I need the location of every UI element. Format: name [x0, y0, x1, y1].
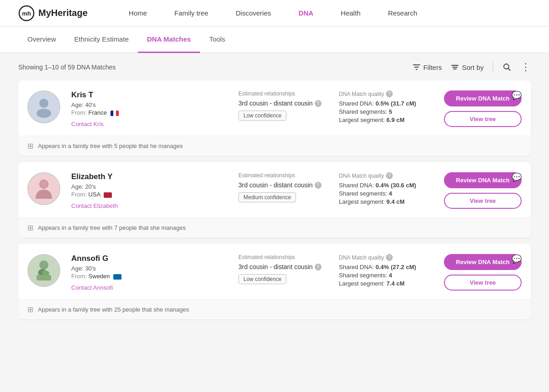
review-dna-match-kris[interactable]: Review DNA Match — [444, 90, 522, 106]
match-from-annsofi: From: Sweden — [71, 273, 234, 280]
nav-dna[interactable]: DNA — [285, 0, 327, 26]
quality-label-kris: DNA Match quality ? — [339, 90, 439, 97]
match-card-main-elizabeth: Elizabeth Y Age: 20's From: USA Contact … — [18, 162, 531, 217]
contact-annsofi-link[interactable]: Contact Annsofi — [71, 284, 113, 291]
match-rel-kris: Estimated relationships 3rd cousin - dis… — [234, 90, 334, 121]
tab-overview[interactable]: Overview — [18, 26, 65, 53]
confidence-badge-annsofi: Low confidence — [238, 274, 286, 284]
review-dna-match-elizabeth[interactable]: Review DNA Match — [444, 172, 522, 188]
nav-home[interactable]: Home — [115, 0, 161, 26]
tree-icon-elizabeth: ⊞ — [27, 223, 33, 232]
tree-icon-annsofi: ⊞ — [27, 305, 33, 314]
tab-dna-matches[interactable]: DNA Matches — [138, 26, 200, 53]
contact-kris-link[interactable]: Contact Kris — [71, 121, 104, 127]
avatar-kris — [27, 90, 60, 123]
avatar-icon-elizabeth — [32, 177, 56, 201]
match-card-elizabeth: Elizabeth Y Age: 20's From: USA Contact … — [18, 162, 531, 238]
shared-dna-elizabeth: Shared DNA: 0.4% (30.6 cM) — [339, 182, 439, 189]
match-rel-elizabeth: Estimated relationships 3rd cousin - dis… — [234, 172, 334, 202]
footer-text-annsofi: Appears in a family tree with 25 people … — [38, 306, 189, 313]
chat-icon-annsofi[interactable]: 💬 — [512, 254, 522, 264]
shared-segments-annsofi: Shared segments: 4 — [339, 272, 439, 279]
svg-point-2 — [504, 64, 509, 69]
footer-text-elizabeth: Appears in a family tree with 7 people t… — [38, 224, 186, 231]
match-age-elizabeth: Age: 20's — [71, 183, 234, 190]
sort-icon — [451, 63, 459, 71]
filter-icon — [412, 63, 421, 71]
filters-button[interactable]: Filters — [412, 63, 442, 71]
contact-elizabeth-link[interactable]: Contact Elizabeth — [71, 202, 118, 209]
match-from-elizabeth: From: USA — [71, 191, 234, 198]
rel-help-elizabeth[interactable]: ? — [315, 182, 322, 189]
tab-tools[interactable]: Tools — [200, 26, 234, 53]
review-dna-match-annsofi[interactable]: Review DNA Match — [444, 254, 522, 270]
nav-discoveries[interactable]: Discoveries — [222, 0, 285, 26]
confidence-badge-elizabeth: Medium confidence — [238, 192, 296, 202]
tabs-bar: Overview Ethnicity Estimate DNA Matches … — [0, 26, 549, 53]
svg-rect-10 — [37, 275, 51, 281]
toolbar-divider — [493, 62, 493, 72]
svg-point-3 — [39, 99, 48, 108]
match-actions-elizabeth: 💬 Review DNA Match View tree — [439, 172, 522, 209]
confidence-badge-kris: Low confidence — [238, 111, 286, 121]
toolbar: Showing 1–10 of 59 DNA Matches Filters S… — [18, 62, 531, 72]
rel-help-kris[interactable]: ? — [315, 100, 322, 107]
view-tree-elizabeth[interactable]: View tree — [444, 193, 522, 209]
match-card-main-annsofi: Annsofi G Age: 30's From: Sweden Contact… — [18, 244, 531, 299]
est-rel-label-kris: Estimated relationships — [238, 90, 334, 97]
shared-segments-elizabeth: Shared segments: 4 — [339, 190, 439, 197]
flag-sweden — [113, 274, 121, 280]
match-quality-kris: DNA Match quality ? Shared DNA: 0.5% (31… — [334, 90, 439, 125]
svg-point-6 — [40, 180, 48, 188]
match-info-elizabeth: Elizabeth Y Age: 20's From: USA Contact … — [71, 172, 234, 209]
avatar-annsofi — [27, 254, 60, 287]
header: mh MyHeritage Home Family tree Discoveri… — [0, 0, 549, 26]
quality-label-annsofi: DNA Match quality ? — [339, 254, 439, 261]
est-rel-label-elizabeth: Estimated relationships — [238, 172, 334, 179]
view-tree-annsofi[interactable]: View tree — [444, 275, 522, 291]
quality-help-elizabeth[interactable]: ? — [386, 172, 393, 179]
main-content: Showing 1–10 of 59 DNA Matches Filters S… — [0, 53, 549, 335]
quality-label-elizabeth: DNA Match quality ? — [339, 172, 439, 179]
flag-usa — [104, 192, 112, 198]
match-name-kris: Kris T — [71, 90, 234, 100]
toolbar-actions: Filters Sort by ⋮ — [412, 62, 531, 72]
rel-help-annsofi[interactable]: ? — [315, 264, 322, 270]
match-rel-annsofi: Estimated relationships 3rd cousin - dis… — [234, 254, 334, 284]
shared-segments-kris: Shared segments: 5 — [339, 108, 439, 115]
chat-icon-kris[interactable]: 💬 — [512, 90, 522, 101]
chat-icon-elizabeth[interactable]: 💬 — [512, 172, 522, 182]
quality-help-kris[interactable]: ? — [386, 90, 393, 97]
tab-ethnicity-estimate[interactable]: Ethnicity Estimate — [65, 26, 138, 53]
match-name-elizabeth: Elizabeth Y — [71, 172, 234, 181]
view-tree-kris[interactable]: View tree — [444, 111, 522, 127]
showing-text: Showing 1–10 of 59 DNA Matches — [18, 64, 412, 71]
logo[interactable]: mh MyHeritage — [18, 5, 88, 21]
match-actions-annsofi: 💬 Review DNA Match View tree — [439, 254, 522, 291]
svg-point-4 — [37, 109, 51, 118]
more-options-button[interactable]: ⋮ — [521, 62, 531, 72]
rel-value-elizabeth: 3rd cousin - distant cousin ? — [238, 181, 334, 189]
largest-segment-elizabeth: Largest segment: 9.4 cM — [339, 198, 439, 205]
quality-help-annsofi[interactable]: ? — [386, 254, 393, 261]
match-name-annsofi: Annsofi G — [71, 254, 234, 263]
match-info-kris: Kris T Age: 40's From: France Contact Kr… — [71, 90, 234, 127]
match-card-annsofi: Annsofi G Age: 30's From: Sweden Contact… — [18, 244, 531, 319]
main-nav: Home Family tree Discoveries DNA Health … — [115, 0, 531, 26]
shared-dna-kris: Shared DNA: 0.5% (31.7 cM) — [339, 100, 439, 107]
match-quality-annsofi: DNA Match quality ? Shared DNA: 0.4% (27… — [334, 254, 439, 288]
match-card-main-kris: Kris T Age: 40's From: France Contact Kr… — [18, 80, 531, 136]
avatar-icon-kris — [32, 95, 56, 119]
match-age-annsofi: Age: 30's — [71, 265, 234, 272]
largest-segment-kris: Largest segment: 6.9 cM — [339, 117, 439, 123]
sort-by-button[interactable]: Sort by — [451, 63, 484, 71]
search-button[interactable] — [502, 63, 512, 72]
nav-family-tree[interactable]: Family tree — [161, 0, 222, 26]
svg-text:mh: mh — [22, 10, 31, 17]
tree-icon-kris: ⊞ — [27, 142, 33, 150]
match-from-kris: From: France — [71, 109, 234, 116]
match-actions-kris: 💬 Review DNA Match View tree — [439, 90, 522, 127]
nav-research[interactable]: Research — [374, 0, 431, 26]
search-icon — [502, 63, 512, 72]
nav-health[interactable]: Health — [327, 0, 374, 26]
